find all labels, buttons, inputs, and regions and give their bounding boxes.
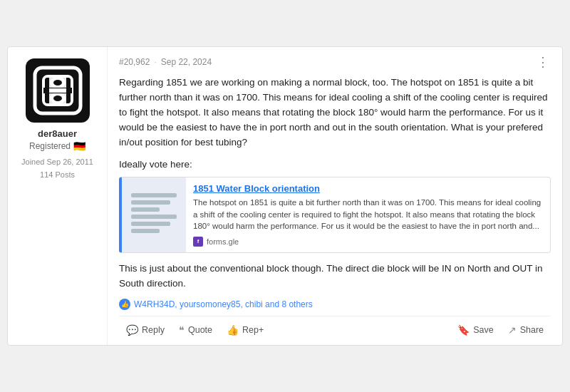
post-date: Sep 22, 2024	[161, 57, 212, 67]
reply-label: Reply	[142, 325, 165, 335]
likes-row: 👍 W4RH34D, yoursomoney85, chibi and 8 ot…	[119, 299, 551, 310]
thumbnail-lines	[131, 193, 177, 236]
link-title[interactable]: 1851 Water Block orientation	[193, 183, 543, 194]
post-card: der8auer Registered 🇩🇪 Joined Sep 26, 20…	[7, 46, 563, 345]
author-joined: Joined Sep 26, 2011	[21, 156, 93, 169]
rep-label: Rep+	[242, 325, 264, 335]
post-meta: #20,962 · Sep 22, 2024	[119, 57, 212, 67]
avatar-logo	[29, 62, 86, 119]
link-domain: forms.gle	[207, 237, 239, 246]
link-description: The hotspot on 1851 is quite a bit furth…	[193, 197, 543, 232]
post-main: #20,962 · Sep 22, 2024 ⋮ Regarding 1851 …	[108, 47, 562, 344]
share-icon: ↗	[508, 324, 517, 336]
svg-rect-12	[49, 88, 66, 93]
more-options-button[interactable]: ⋮	[535, 56, 551, 68]
like-icon: 👍	[119, 299, 130, 310]
post-footer-text: This is just about the conventional bloc…	[119, 262, 551, 292]
link-thumbnail	[122, 177, 186, 252]
save-button[interactable]: 🔖 Save	[450, 321, 501, 339]
thumb-line-1	[131, 193, 177, 197]
reply-button[interactable]: 💬 Reply	[119, 321, 172, 339]
thumb-line-5	[131, 222, 170, 226]
author-username: der8auer	[38, 128, 77, 139]
share-label: Share	[520, 325, 544, 335]
rep-icon: 👍	[227, 324, 239, 336]
svg-point-9	[53, 80, 62, 86]
thumb-line-4	[131, 215, 177, 219]
link-preview-body: 1851 Water Block orientation The hotspot…	[186, 177, 550, 252]
post-sidebar: der8auer Registered 🇩🇪 Joined Sep 26, 20…	[8, 47, 108, 344]
likes-text: W4RH34D, yoursomoney85, chibi and 8 othe…	[134, 299, 313, 309]
author-meta: Joined Sep 26, 2011 114 Posts	[21, 156, 93, 181]
share-button[interactable]: ↗ Share	[501, 321, 551, 339]
post-separator: ·	[154, 57, 156, 67]
thumb-line-3	[131, 207, 160, 212]
post-number: #20,962	[119, 57, 150, 67]
thumb-line-6	[131, 229, 160, 233]
likes-users-link[interactable]: W4RH34D, yoursomoney85, chibi and 8 othe…	[134, 299, 313, 309]
save-icon: 🔖	[457, 324, 470, 336]
save-label: Save	[473, 325, 494, 335]
avatar	[26, 58, 90, 123]
actions-row: 💬 Reply ❝ Quote 👍 Rep+ 🔖 Save ↗ Share	[119, 316, 551, 345]
post-body: Regarding 1851 we are working on making …	[119, 76, 551, 150]
author-posts: 114 Posts	[21, 169, 93, 182]
svg-point-10	[53, 96, 62, 101]
post-header: #20,962 · Sep 22, 2024 ⋮	[119, 56, 551, 68]
link-source: f forms.gle	[193, 237, 543, 247]
quote-icon: ❝	[179, 324, 185, 336]
author-flag: 🇩🇪	[73, 140, 86, 152]
thumb-line-2	[131, 200, 170, 205]
vote-text: Ideally vote here:	[119, 159, 551, 170]
link-preview: 1851 Water Block orientation The hotspot…	[119, 177, 551, 253]
reply-icon: 💬	[126, 324, 138, 336]
forms-icon: f	[193, 237, 203, 247]
author-role: Registered 🇩🇪	[29, 140, 86, 152]
quote-button[interactable]: ❝ Quote	[172, 321, 219, 339]
rep-plus-button[interactable]: 👍 Rep+	[219, 321, 271, 339]
quote-label: Quote	[188, 325, 212, 335]
